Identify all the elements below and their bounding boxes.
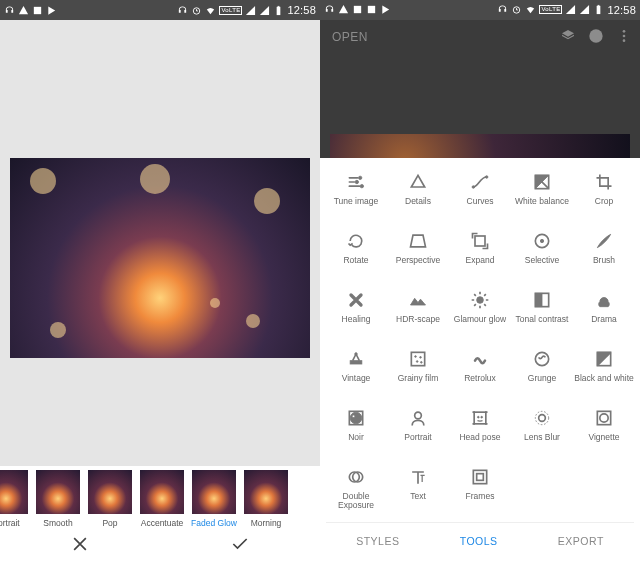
tool-grunge[interactable]: Grunge	[512, 349, 572, 404]
tool-frames[interactable]: Frames	[450, 467, 510, 522]
tool-curves[interactable]: Curves	[450, 172, 510, 227]
open-button[interactable]: OPEN	[332, 30, 368, 44]
battery-icon	[593, 4, 604, 15]
filter-label: Morning	[251, 518, 282, 528]
svg-rect-3	[278, 5, 280, 6]
clock: 12:58	[287, 4, 316, 16]
tools-grid: Tune image Details Curves White balance …	[326, 172, 634, 522]
filter-thumb[interactable]: Faded Glow	[190, 470, 238, 528]
wifi-icon	[205, 5, 216, 16]
tab-styles[interactable]: STYLES	[356, 535, 399, 547]
brush-icon	[594, 231, 614, 251]
filter-thumb[interactable]: Smooth	[34, 470, 82, 528]
filter-label: Accentuate	[141, 518, 184, 528]
crop-icon	[594, 172, 614, 192]
svg-point-10	[623, 30, 626, 33]
volte-badge: VoLTE	[219, 6, 242, 15]
tool-vintage[interactable]: Vintage	[326, 349, 386, 404]
svg-rect-4	[354, 6, 361, 13]
rotate-icon	[346, 231, 366, 251]
tool-glow[interactable]: Glamour glow	[450, 290, 510, 345]
portrait-icon	[408, 408, 428, 428]
tool-perspective[interactable]: Perspective	[388, 231, 448, 286]
svg-rect-8	[598, 5, 600, 6]
grainy-icon	[408, 349, 428, 369]
tab-export[interactable]: EXPORT	[558, 535, 604, 547]
play-icon	[46, 5, 57, 16]
layers-icon[interactable]	[560, 28, 576, 44]
tool-details[interactable]: Details	[388, 172, 448, 227]
tool-label: Tune image	[334, 197, 379, 206]
selective-icon	[532, 231, 552, 251]
tool-double[interactable]: Double Exposure	[326, 467, 386, 522]
tool-label: Head pose	[459, 433, 500, 442]
tool-expand[interactable]: Expand	[450, 231, 510, 286]
filter-thumbnail-image	[0, 470, 28, 514]
tool-drama[interactable]: Drama	[574, 290, 634, 345]
expand-icon	[470, 231, 490, 251]
tool-brush[interactable]: Brush	[574, 231, 634, 286]
filter-thumbnail-image	[244, 470, 288, 514]
tool-label: Brush	[593, 256, 615, 265]
tonal-icon	[532, 290, 552, 310]
tool-selective[interactable]: Selective	[512, 231, 572, 286]
drive-icon	[18, 5, 29, 16]
tab-tools[interactable]: TOOLS	[460, 535, 498, 547]
info-icon[interactable]	[588, 28, 604, 44]
tool-label: Vignette	[588, 433, 619, 442]
check-icon	[230, 534, 250, 554]
accept-button[interactable]	[230, 534, 250, 558]
filter-thumb[interactable]: Portrait	[0, 470, 30, 528]
tool-text[interactable]: Text	[388, 467, 448, 522]
vintage-icon	[346, 349, 366, 369]
filter-strip[interactable]: Portrait Smooth Pop Accentuate Faded Glo…	[0, 466, 320, 528]
noir-icon	[346, 408, 366, 428]
tool-crop[interactable]: Crop	[574, 172, 634, 227]
more-icon[interactable]	[616, 28, 632, 44]
tool-grainy[interactable]: Grainy film	[388, 349, 448, 404]
cancel-button[interactable]	[70, 534, 90, 558]
tool-label: HDR-scape	[396, 315, 440, 324]
text-icon	[408, 467, 428, 487]
signal-icon	[565, 4, 576, 15]
tool-vignette[interactable]: Vignette	[574, 408, 634, 463]
tool-tonal[interactable]: Tonal contrast	[512, 290, 572, 345]
tool-noir[interactable]: Noir	[326, 408, 386, 463]
tool-portrait[interactable]: Portrait	[388, 408, 448, 463]
tool-healing[interactable]: Healing	[326, 290, 386, 345]
tool-label: Frames	[466, 492, 495, 501]
tool-headpose[interactable]: Head pose	[450, 408, 510, 463]
alarm-icon	[191, 5, 202, 16]
tool-lensblur[interactable]: Lens Blur	[512, 408, 572, 463]
tools-panel: Tune image Details Curves White balance …	[320, 158, 640, 564]
filter-thumb[interactable]: Accentuate	[138, 470, 186, 528]
photo-preview[interactable]	[10, 158, 310, 358]
filter-thumb[interactable]: Morning	[242, 470, 290, 528]
tool-bw[interactable]: Black and white	[574, 349, 634, 404]
tool-label: Portrait	[404, 433, 431, 442]
tool-rotate[interactable]: Rotate	[326, 231, 386, 286]
confirm-bar	[0, 528, 320, 564]
filter-label: Faded Glow	[191, 518, 237, 528]
filter-thumbnail-image	[140, 470, 184, 514]
svg-point-12	[623, 39, 626, 42]
app-icon	[32, 5, 43, 16]
filter-thumb[interactable]: Pop	[86, 470, 134, 528]
status-bar: VoLTE 12:58	[0, 0, 320, 20]
tool-label: Perspective	[396, 256, 440, 265]
tool-whitebalance[interactable]: White balance	[512, 172, 572, 227]
signal-icon	[579, 4, 590, 15]
tool-label: Lens Blur	[524, 433, 560, 442]
tool-label: Double Exposure	[326, 492, 386, 510]
phone-left-screen: VoLTE 12:58 Portrait Smooth Pop	[0, 0, 320, 564]
tool-retrolux[interactable]: Retrolux	[450, 349, 510, 404]
svg-point-9	[589, 29, 602, 42]
tool-sliders[interactable]: Tune image	[326, 172, 386, 227]
alarm-icon	[511, 4, 522, 15]
vignette-icon	[594, 408, 614, 428]
tool-label: Rotate	[343, 256, 368, 265]
bottom-tabs: STYLES TOOLS EXPORT	[326, 522, 634, 558]
app-icon	[366, 4, 377, 15]
tool-label: Black and white	[574, 374, 634, 383]
tool-hdr[interactable]: HDR-scape	[388, 290, 448, 345]
